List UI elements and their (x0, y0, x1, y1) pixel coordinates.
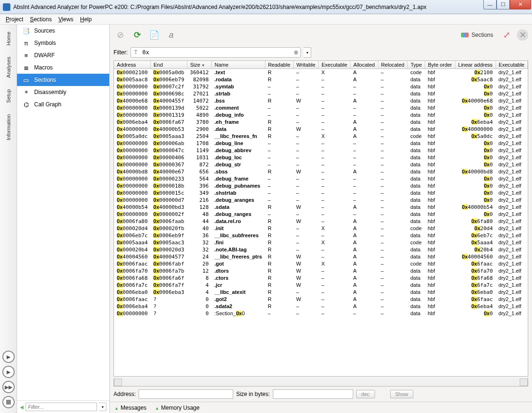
col-readable[interactable]: Readable (265, 61, 293, 69)
menu-sections[interactable]: Sections (30, 16, 52, 23)
col-executable[interactable]: Executable (496, 61, 527, 69)
filter-dropdown[interactable]: ▾ (304, 47, 311, 58)
col-executable[interactable]: Executable (318, 61, 350, 69)
table-row[interactable]: 0x000000000x000004061031.debug_loc–––––d… (114, 154, 527, 161)
table-row[interactable]: 0x40000bd80x40000e67656.sbssRW–A–datahbf… (114, 168, 527, 175)
play-alt-icon[interactable]: ▶ (2, 366, 15, 378)
table-row[interactable]: 0x000000000x000006ab1708.debug_line–––––… (114, 140, 527, 147)
sections-table-wrap[interactable]: AddressEndSizeNameReadableWritableExecut… (113, 60, 528, 377)
play-icon[interactable]: ▶ (2, 351, 15, 363)
filter-clear-icon[interactable]: ⊗ (292, 49, 300, 56)
table-row[interactable]: 0x400000000x40000b532900.dataRW–A–datahb… (114, 126, 527, 133)
table-row[interactable]: 0x000000000x00007c2f31792.symtab–––––dat… (114, 83, 527, 90)
fullscreen-icon[interactable]: ⤢ (500, 28, 513, 42)
sidebar-item-label: DWARF (34, 52, 55, 59)
table-row[interactable]: 0x40000e680x4000455f14072.bssRW–A–datahb… (114, 97, 527, 104)
sidebar-item-symbols[interactable]: πSymbols (17, 37, 109, 49)
menu-views[interactable]: Views (58, 16, 73, 23)
table-row[interactable]: 0x0006faac?0.got2RW–A–datahbf0x6faacdry2… (114, 296, 527, 303)
skip-icon[interactable]: ▶▶ (2, 381, 15, 393)
table-row[interactable]: 0x0006faac0x0006fabf20.gotRWXA–codehbf0x… (114, 260, 527, 267)
vtab-analyses[interactable]: Analyses (3, 52, 14, 83)
size-label: Size in bytes: (236, 391, 270, 397)
reload-icon[interactable]: ⟳ (131, 28, 144, 42)
sidebar-filter-dropdown[interactable]: ▾ (99, 403, 106, 411)
stop-icon[interactable] (2, 396, 15, 408)
window-title: AbsInt Advanced Analyzer for PowerPC e20… (13, 4, 529, 10)
menu-help[interactable]: Help (80, 16, 92, 23)
sections-icon (461, 33, 469, 37)
table-row[interactable]: 0x000021000x0005a0db360412.textR–XA–code… (114, 69, 527, 77)
table-row[interactable]: 0x0006eba40x0006fa673780.eh_frameR––A–da… (114, 119, 527, 126)
sidebar-item-label: Sections (34, 77, 56, 83)
col-linear-address[interactable]: Linear address (455, 61, 496, 69)
filter-type-icon[interactable]: T (131, 49, 140, 56)
col-end[interactable]: End (150, 61, 187, 69)
table-row[interactable]: 0x0005aaa40x0005aac332.finiR–XA–codehbf0… (114, 239, 527, 246)
table-row[interactable]: 0x000000000x0000018b396.debug_pubnames––… (114, 182, 527, 189)
address-input[interactable] (139, 389, 233, 399)
maximize-button[interactable]: ☐ (497, 0, 510, 9)
col-size[interactable]: Size (187, 61, 212, 69)
vtab-setup[interactable]: Setup (3, 84, 14, 108)
horizontal-scrollbar[interactable] (113, 379, 528, 387)
table-row[interactable]: 0x000000000x000013194890.debug_info–––––… (114, 112, 527, 119)
table-row[interactable]: 0x000000000x0000698c27021.strtab–––––dat… (114, 90, 527, 97)
col-relocated[interactable]: Relocated (378, 61, 408, 69)
table-row[interactable]: 0x000000000x0000002f48.debug_ranges–––––… (114, 211, 527, 218)
table-row[interactable]: 0x000000000x0000015c349.shstrtab–––––dat… (114, 189, 527, 197)
style-icon[interactable]: a (165, 28, 178, 42)
table-row[interactable]: 0x00000000?0:Section_0x0–––––datahbf0x0d… (114, 310, 527, 317)
minimize-button[interactable]: — (483, 0, 497, 9)
sections-table: AddressEndSizeNameReadableWritableExecut… (114, 61, 528, 317)
size-input[interactable] (273, 389, 353, 399)
table-row[interactable]: 0x0006eb7c0x0006eb9f36__libc_subfreeresR… (114, 232, 527, 239)
add-doc-icon[interactable]: 📄 (148, 28, 161, 42)
table-row[interactable]: 0x000000000x0000047c1149.debug_abbrev–––… (114, 147, 527, 154)
col-writable[interactable]: Writable (293, 61, 318, 69)
sidebar-filter-input[interactable] (26, 403, 97, 411)
sidebar-item-dwarf[interactable]: ≡DWARF (17, 49, 109, 61)
table-row[interactable]: 0x000000000x0000139d5022.comment–––––dat… (114, 104, 527, 112)
table-row[interactable]: 0x000000000x000000d7216.debug_aranges–––… (114, 197, 527, 204)
filter-input[interactable] (140, 49, 292, 56)
table-row[interactable]: 0x0006fa7c0x0006fa7f4.jcrRW–A–datahbf0x6… (114, 282, 527, 289)
sidebar-item-disassembly[interactable]: ⌖Disassembly (17, 86, 109, 98)
table-row[interactable]: 0x400045600x4000457724__libc_freeres_ptr… (114, 253, 527, 260)
status-memory[interactable]: ▲Memory Usage (155, 404, 200, 411)
sidebar-item-sections[interactable]: ▭Sections (17, 74, 109, 86)
col-byte-order[interactable]: Byte order (425, 61, 455, 69)
show-button[interactable]: Show (390, 390, 414, 398)
main-panel: ⊘ ⟳ 📄 a Sections ⤢ ✕ Filter: T ⊗ ▾ Addre… (110, 25, 532, 413)
status-messages[interactable]: ▲Messages (114, 404, 147, 411)
vtab-home[interactable]: Home (3, 26, 14, 51)
col-type[interactable]: Type (408, 61, 425, 69)
table-row[interactable]: 0x0006fa800x0006faab44.data.rel.roRW–A–d… (114, 218, 527, 225)
close-button[interactable]: ✕ (510, 0, 531, 9)
filter-bar: Filter: T ⊗ ▾ (110, 45, 532, 60)
table-row[interactable]: 0x0005aac80x0006eb7982098.rodataR––A–dat… (114, 76, 527, 83)
table-row[interactable]: 0x000000000x00000367872.debug_str–––––da… (114, 161, 527, 168)
toolbar: ⊘ ⟳ 📄 a Sections ⤢ ✕ (110, 25, 532, 45)
menu-project[interactable]: Project (6, 16, 23, 23)
table-row[interactable]: 0x0005a0dc0x0005aaa32504__libc_freeres_f… (114, 133, 527, 140)
menu-bar: Project Sections Views Help (0, 14, 532, 25)
sidebar-item-call graph[interactable]: ⌬Call Graph (17, 98, 109, 111)
table-row[interactable]: 0x000000000x00000233564.debug_frame–––––… (114, 175, 527, 182)
table-row[interactable]: 0x0006fa680x0006fa6f8.ctorsRW–A–datahbf0… (114, 275, 527, 282)
table-row[interactable]: 0x0006eba00x0006eba34__libc_atexitR––A–d… (114, 289, 527, 296)
table-row[interactable]: 0x000020b40x000020d332.note.ABI-tagR––A–… (114, 246, 527, 253)
sidebar-item-sources[interactable]: 📑Sources (17, 25, 109, 37)
vtab-information[interactable]: Information (3, 109, 14, 146)
table-row[interactable]: 0x000020d40x000020fb40.initR–XA–codehbf0… (114, 225, 527, 232)
table-row[interactable]: 0x40000b540x40000bd3128.sdataRW–A–datahb… (114, 204, 527, 211)
col-allocated[interactable]: Allocated (350, 61, 378, 69)
table-row[interactable]: 0x0006fa700x0006fa7b12.dtorsRW–A–datahbf… (114, 267, 527, 275)
dec-button[interactable]: dec (356, 390, 375, 398)
table-row[interactable]: 0x0006eba4?0.sdata2R––A–datahbf0x6eba4dr… (114, 303, 527, 310)
sections-indicator[interactable]: Sections (458, 31, 496, 39)
close-panel-icon[interactable]: ✕ (517, 29, 528, 41)
col-name[interactable]: Name (211, 61, 265, 69)
sidebar-item-macros[interactable]: ≣Macros (17, 61, 109, 74)
col-address[interactable]: Address (114, 61, 150, 69)
